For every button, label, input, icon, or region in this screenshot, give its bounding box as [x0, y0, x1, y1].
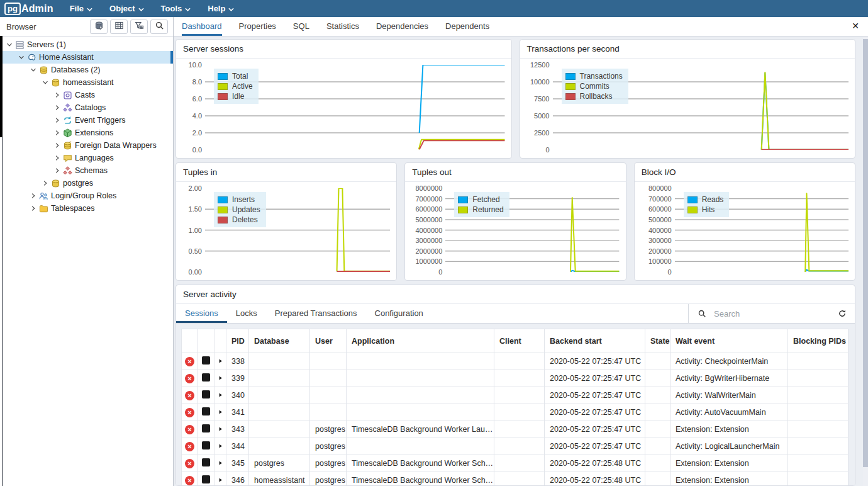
tree-item-servers-1-[interactable]: Servers (1)	[0, 38, 173, 51]
search-input[interactable]	[714, 309, 830, 319]
tab-sql[interactable]: SQL	[293, 17, 309, 36]
y-axis-tick-label: 600000	[648, 205, 672, 213]
cell-blocking-pids	[788, 387, 849, 404]
terminate-session-icon[interactable]: ×	[185, 476, 194, 485]
right-scrollbar-thumb[interactable]	[863, 39, 868, 467]
tree-item-tablespaces[interactable]: Tablespaces	[0, 202, 173, 215]
menu-tools[interactable]: Tools	[161, 4, 191, 13]
right-scrollbar[interactable]	[863, 37, 868, 486]
subtab-locks[interactable]: Locks	[227, 304, 266, 323]
y-axis-tick-label: 8.0	[192, 78, 202, 86]
subtab-sessions[interactable]: Sessions	[176, 304, 227, 323]
tab-dashboard[interactable]: Dashboard	[182, 17, 222, 36]
subtab-configuration[interactable]: Configuration	[366, 304, 432, 323]
legend-item: Total	[218, 72, 253, 81]
chevron-down-icon[interactable]	[17, 55, 26, 60]
chevron-right-icon[interactable]	[53, 141, 62, 150]
terminate-session-icon[interactable]: ×	[185, 459, 194, 468]
tree-item-extensions[interactable]: Extensions	[0, 127, 173, 139]
left-scrollbar-thumb[interactable]	[0, 36, 3, 137]
close-icon[interactable]: ✕	[852, 21, 859, 30]
chevron-right-icon[interactable]	[53, 103, 62, 112]
expand-row-icon[interactable]	[218, 476, 223, 482]
cell-client	[494, 438, 545, 455]
terminate-session-icon[interactable]: ×	[185, 425, 194, 434]
cancel-query-icon[interactable]	[202, 458, 210, 466]
expand-row-icon[interactable]	[218, 391, 223, 397]
cell-application: TimescaleDB Background Worker Sch…	[347, 455, 494, 472]
tree-item-postgres[interactable]: postgres	[0, 177, 173, 189]
chevron-right-icon[interactable]	[53, 154, 62, 162]
cell-application: TimescaleDB Background Worker Sch…	[347, 472, 494, 486]
chevron-down-icon[interactable]	[41, 80, 50, 86]
tree-item-casts[interactable]: Casts	[0, 89, 173, 101]
legend-label: Inserts	[232, 195, 255, 204]
chart-plot: ReadsHits	[675, 188, 849, 272]
cancel-query-icon[interactable]	[202, 475, 210, 483]
expand-row-icon[interactable]	[218, 408, 223, 414]
subtab-prepared-transactions[interactable]: Prepared Transactions	[266, 304, 366, 323]
chevron-right-icon[interactable]	[53, 166, 62, 175]
cell-backend-start: 2020-05-22 07:25:48 UTC	[545, 455, 645, 472]
cell-backend-start: 2020-05-22 07:25:47 UTC	[545, 387, 645, 404]
chart-title: Tuples out	[412, 167, 452, 177]
filter-button[interactable]	[130, 20, 148, 34]
session-row: ×346homeassistantpostgresTimescaleDB Bac…	[182, 472, 849, 486]
col-header-user: User	[310, 329, 347, 353]
tree-item-databases-2-[interactable]: Databases (2)	[0, 64, 173, 76]
cell-database: homeassistant	[249, 472, 310, 486]
legend-label: Total	[232, 72, 248, 81]
refresh-icon[interactable]	[830, 304, 855, 323]
terminate-session-icon[interactable]: ×	[185, 408, 194, 417]
cancel-query-icon[interactable]	[202, 390, 210, 398]
tab-statistics[interactable]: Statistics	[326, 17, 359, 36]
object-explorer-button[interactable]	[90, 20, 108, 34]
tree-item-catalogs[interactable]: Catalogs	[0, 101, 173, 114]
cell-state	[645, 455, 670, 472]
expand-row-icon[interactable]	[218, 357, 223, 363]
menu-help[interactable]: Help	[208, 4, 234, 13]
chevron-right-icon[interactable]	[29, 204, 38, 213]
legend-item: Fetched	[458, 195, 503, 204]
expand-row-icon[interactable]	[218, 425, 223, 431]
chart-legend: TotalActiveIdle	[214, 69, 259, 104]
menu-bar: FileObjectToolsHelp	[70, 4, 235, 13]
expand-row-icon[interactable]	[218, 459, 223, 465]
expand-row-icon[interactable]	[218, 374, 223, 380]
menu-object[interactable]: Object	[109, 4, 143, 13]
session-row: ×3392020-05-22 07:25:47 UTCActivity: BgW…	[182, 370, 849, 387]
cancel-query-icon[interactable]	[202, 424, 210, 432]
terminate-session-icon[interactable]: ×	[185, 391, 194, 400]
tree-item-homeassistant[interactable]: homeassistant	[0, 76, 173, 89]
tab-dependencies[interactable]: Dependencies	[376, 17, 428, 36]
chevron-right-icon[interactable]	[53, 91, 62, 99]
chevron-right-icon[interactable]	[41, 179, 50, 188]
chevron-right-icon[interactable]	[53, 128, 62, 137]
terminate-session-icon[interactable]: ×	[185, 357, 194, 366]
tree-item-languages[interactable]: Languages	[0, 152, 173, 164]
cancel-query-icon[interactable]	[202, 356, 210, 364]
terminate-session-icon[interactable]: ×	[185, 374, 194, 383]
tab-dependents[interactable]: Dependents	[445, 17, 489, 36]
cancel-query-icon[interactable]	[202, 373, 210, 381]
tab-properties[interactable]: Properties	[239, 17, 276, 36]
tree-item-home-assistant[interactable]: Home Assistant	[0, 51, 173, 64]
tree-item-foreign-data-wrappers[interactable]: Foreign Data Wrappers	[0, 139, 173, 152]
grid-button[interactable]	[110, 20, 128, 34]
chevron-down-icon[interactable]	[29, 67, 38, 73]
chevron-right-icon[interactable]	[29, 191, 38, 200]
terminate-session-icon[interactable]: ×	[185, 442, 194, 451]
cancel-query-icon[interactable]	[202, 407, 210, 415]
menu-file[interactable]: File	[70, 4, 92, 13]
tree-item-event-triggers[interactable]: Event Triggers	[0, 114, 173, 127]
tree-item-schemas[interactable]: Schemas	[0, 164, 173, 177]
chevron-right-icon[interactable]	[53, 116, 62, 125]
chevron-down-icon[interactable]	[5, 42, 14, 48]
cancel-query-icon[interactable]	[202, 441, 210, 449]
top-navbar: pg Admin FileObjectToolsHelp	[0, 0, 868, 17]
search-button[interactable]	[150, 20, 168, 34]
tree-item-login-group-roles[interactable]: Login/Group Roles	[0, 189, 173, 202]
legend-label: Commits	[580, 82, 609, 91]
expand-row-icon[interactable]	[218, 442, 223, 448]
cell-wait-event: Extension: Extension	[670, 455, 788, 472]
